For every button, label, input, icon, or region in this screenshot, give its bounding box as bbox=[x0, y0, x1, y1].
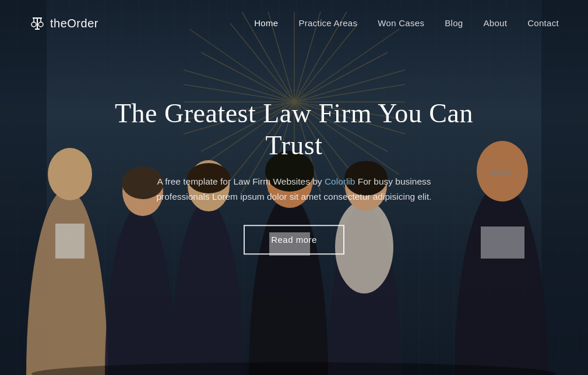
nav-item-blog[interactable]: Blog bbox=[445, 18, 463, 29]
nav-link-blog[interactable]: Blog bbox=[445, 18, 463, 28]
nav-item-home[interactable]: Home bbox=[254, 18, 278, 29]
svg-rect-61 bbox=[33, 17, 42, 19]
svg-rect-56 bbox=[481, 227, 524, 259]
svg-rect-60 bbox=[37, 17, 38, 29]
nav-link-home[interactable]: Home bbox=[254, 18, 278, 28]
navbar: theOrder Home Practice Areas Won Cases B… bbox=[0, 0, 588, 47]
hero-content: The Greatest Law Firm You Can Trust A fr… bbox=[114, 97, 475, 254]
nav-item-contact[interactable]: Contact bbox=[527, 18, 559, 29]
nav-item-practice-areas[interactable]: Practice Areas bbox=[298, 18, 357, 29]
svg-point-35 bbox=[26, 189, 108, 375]
subtitle-text-before: A free template for Law Firm Websites by bbox=[157, 177, 324, 187]
nav-item-about[interactable]: About bbox=[484, 18, 508, 29]
nav-links: Home Practice Areas Won Cases Blog About… bbox=[254, 18, 559, 29]
svg-point-62 bbox=[31, 22, 36, 27]
nav-item-won-cases[interactable]: Won Cases bbox=[378, 18, 424, 29]
svg-rect-37 bbox=[55, 224, 84, 259]
logo-icon bbox=[29, 15, 45, 31]
hero-title: The Greatest Law Firm You Can Trust bbox=[114, 97, 475, 161]
svg-rect-66 bbox=[35, 29, 40, 30]
logo-text: theOrder bbox=[50, 17, 98, 30]
nav-link-won-cases[interactable]: Won Cases bbox=[378, 18, 424, 28]
logo[interactable]: theOrder bbox=[29, 15, 98, 31]
nav-link-about[interactable]: About bbox=[484, 18, 508, 28]
svg-point-64 bbox=[38, 22, 43, 27]
nav-link-practice-areas[interactable]: Practice Areas bbox=[298, 18, 357, 28]
subtitle-highlight: Colorlib bbox=[325, 177, 355, 187]
hero-subtitle: A free template for Law Firm Websites by… bbox=[143, 175, 446, 204]
svg-point-36 bbox=[48, 148, 92, 200]
svg-point-53 bbox=[477, 141, 528, 201]
nav-link-contact[interactable]: Contact bbox=[527, 18, 559, 28]
read-more-button[interactable]: Read more bbox=[244, 225, 344, 254]
hero-section: theOrder Home Practice Areas Won Cases B… bbox=[0, 0, 588, 375]
